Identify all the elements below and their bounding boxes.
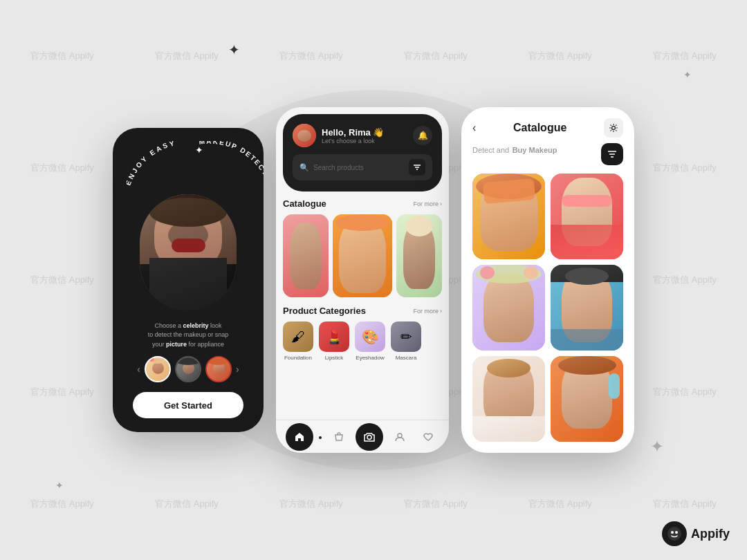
thumbnail-1[interactable] <box>145 356 171 382</box>
profile-nav-button[interactable] <box>389 426 411 448</box>
catalogue-grid-card-6[interactable] <box>551 356 623 442</box>
foundation-icon-box: 🖌 <box>283 321 313 352</box>
catalogue-card-3[interactable] <box>396 214 442 297</box>
sparkle-icon-2: ✦ <box>55 480 64 491</box>
home-icon <box>295 432 304 442</box>
catalogue-filter-title: Detect and Buy Makeup <box>472 143 557 156</box>
catalogue-page-title: Catalogue <box>513 122 566 134</box>
sparkle-icon-4: ✦ <box>650 437 664 456</box>
catalogue-grid <box>283 214 442 297</box>
filter-icon <box>413 164 421 171</box>
bottom-navigation <box>276 420 449 453</box>
watermark-24: 官方微信 Appify <box>622 336 747 448</box>
eyeshadow-icon: 🎨 <box>362 328 379 345</box>
hero-image-frame <box>140 194 237 310</box>
thumbnail-2[interactable] <box>175 356 201 382</box>
sub-greeting: Let's choose a look <box>322 138 413 144</box>
thumbnails-row: ‹ › <box>137 356 239 382</box>
thumbnail-3[interactable] <box>205 356 232 382</box>
watermark-12: 官方微信 Appify <box>622 112 747 224</box>
search-bar[interactable]: 🔍 Search products <box>293 154 432 180</box>
user-avatar <box>293 124 316 147</box>
categories-section-header: Product Categories For more › <box>283 306 442 316</box>
home-body: Catalogue For more › <box>276 192 449 420</box>
lipstick-icon: 💄 <box>326 328 343 345</box>
watermark-1: 官方微信 Appify <box>0 0 124 112</box>
catalogue-image-grid <box>461 174 634 453</box>
home-nav-button[interactable] <box>286 423 313 451</box>
hero-face-image <box>140 194 237 310</box>
category-mascara[interactable]: ✏ Mascara <box>391 321 421 361</box>
catalogue-card-2[interactable] <box>333 214 392 297</box>
appify-logo: Appify <box>662 521 730 546</box>
catalogue-grid-card-3[interactable] <box>472 265 545 351</box>
watermark-6: 官方微信 Appify <box>622 0 747 112</box>
hello-text: Hello, Rima 👋 <box>322 127 413 138</box>
category-eyeshadow[interactable]: 🎨 Eyeshadow <box>355 321 385 361</box>
buy-makeup-text: Buy Makeup <box>513 146 557 154</box>
home-header-card: Hello, Rima 👋 Let's choose a look 🔔 🔍 Se… <box>283 114 442 192</box>
search-icon: 🔍 <box>299 163 309 172</box>
watermark-7: 官方微信 Appify <box>0 112 124 224</box>
next-arrow-icon[interactable]: › <box>236 364 239 375</box>
catalogue-image-3 <box>396 214 442 297</box>
mascara-label: Mascara <box>396 355 417 361</box>
svg-text:✦: ✦ <box>195 144 203 156</box>
appify-icon-svg <box>667 526 682 541</box>
get-started-label: Get Started <box>164 400 212 411</box>
camera-nav-button[interactable] <box>356 423 383 451</box>
catalogue-grid-card-4[interactable] <box>551 265 623 351</box>
catalogue-title: Catalogue <box>283 198 326 209</box>
catalogue-filter-header: Detect and Buy Makeup <box>461 143 634 174</box>
catalogue-more-link[interactable]: For more › <box>413 200 442 207</box>
eyeshadow-label: Eyeshadow <box>356 355 384 361</box>
favorites-nav-button[interactable] <box>417 426 439 448</box>
arc-text-container: ENJOY EASY MAKEUP DETECTION ✦ <box>124 141 252 189</box>
category-lipstick[interactable]: 💄 Lipstick <box>319 321 349 361</box>
watermark-13: 官方微信 Appify <box>0 224 124 336</box>
filter-button[interactable] <box>409 159 425 176</box>
svg-point-8 <box>611 127 615 130</box>
profile-icon <box>395 432 405 442</box>
watermark-29: 官方微信 Appify <box>498 448 622 560</box>
bag-icon <box>334 432 344 442</box>
sparkle-icon-3: ✦ <box>683 69 692 80</box>
watermark-19: 官方微信 Appify <box>0 336 124 448</box>
greeting-row: Hello, Rima 👋 Let's choose a look 🔔 <box>293 124 432 147</box>
watermark-2: 官方微信 Appify <box>124 0 249 112</box>
heart-icon <box>423 432 433 442</box>
phone-1-splash: ENJOY EASY MAKEUP DETECTION ✦ Choose a c… <box>113 128 264 432</box>
mascara-icon: ✏ <box>400 328 412 345</box>
bag-nav-button[interactable] <box>328 426 350 448</box>
svg-point-12 <box>667 527 681 541</box>
catalogue-grid-card-2[interactable] <box>551 174 623 259</box>
phone-3-catalogue: ‹ Catalogue Detect and Buy Makeup <box>461 107 634 453</box>
category-foundation[interactable]: 🖌 Foundation <box>283 321 313 361</box>
catalogue-grid-card-5[interactable] <box>472 356 545 442</box>
svg-point-14 <box>675 531 678 534</box>
home-nav-with-dot <box>319 435 322 439</box>
foundation-icon: 🖌 <box>291 329 305 345</box>
watermark-18: 官方微信 Appify <box>622 224 747 336</box>
get-started-button[interactable]: Get Started <box>133 392 243 418</box>
mascara-icon-box: ✏ <box>391 321 421 352</box>
catalogue-filter-button[interactable] <box>601 143 623 165</box>
camera-icon <box>364 431 375 442</box>
prev-arrow-icon[interactable]: ‹ <box>137 364 140 375</box>
catalogue-grid-card-1[interactable] <box>472 174 545 259</box>
categories-more-link[interactable]: For more › <box>413 308 442 315</box>
appify-text: Appify <box>691 527 730 541</box>
catalogue-card-1[interactable] <box>283 214 329 297</box>
splash-description: Choose a celebrity look to detect the ma… <box>148 321 229 350</box>
picture-highlight: picture <box>166 341 187 348</box>
categories-title: Product Categories <box>283 306 366 316</box>
detect-text: Detect and <box>472 146 509 154</box>
back-button[interactable]: ‹ <box>472 122 476 134</box>
settings-icon <box>609 123 618 133</box>
svg-text:ENJOY EASY: ENJOY EASY <box>127 141 177 187</box>
arc-text-svg: ENJOY EASY MAKEUP DETECTION ✦ <box>127 141 264 189</box>
lipstick-label: Lipstick <box>325 355 344 361</box>
catalogue-image-2 <box>333 214 392 297</box>
catalogue-settings-button[interactable] <box>604 118 623 138</box>
notification-bell-button[interactable]: 🔔 <box>413 126 432 145</box>
